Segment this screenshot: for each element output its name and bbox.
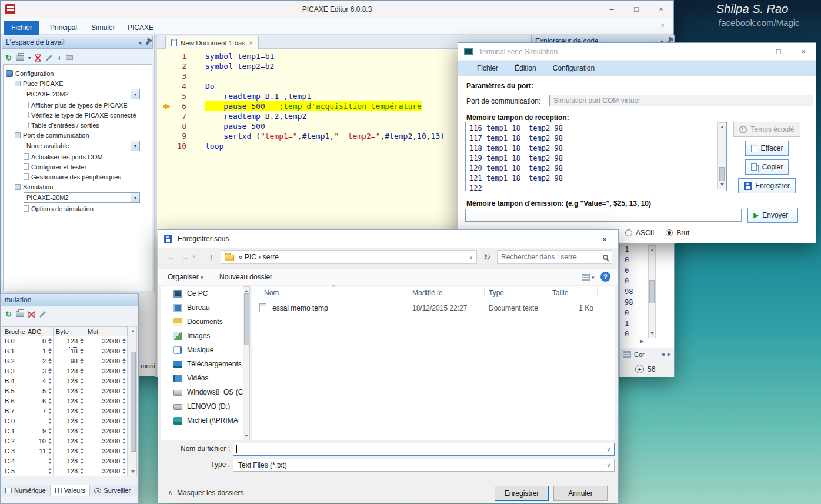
spinner-icon[interactable] — [122, 388, 126, 394]
add-icon[interactable]: + — [57, 54, 62, 62]
breadcrumb[interactable]: « PIC › serre — [239, 253, 279, 261]
sync-icon[interactable]: ↻ — [5, 310, 12, 319]
spinner-icon[interactable] — [48, 418, 52, 424]
spinner-icon[interactable] — [122, 348, 126, 354]
places-tree-item[interactable]: Bureau — [161, 301, 243, 315]
spinner-icon[interactable] — [80, 458, 84, 464]
panel-collapse-icon[interactable]: ▾ — [139, 39, 142, 46]
print-options-chevron-icon[interactable]: ▾ — [28, 55, 31, 61]
organize-button[interactable]: Organiser ▾ — [168, 273, 203, 281]
byte-cell[interactable]: 128 — [54, 456, 85, 466]
tx-input[interactable] — [465, 209, 742, 222]
pin-icon[interactable] — [145, 40, 149, 45]
column-type[interactable]: Type — [489, 289, 504, 297]
pin-value[interactable]: 98 — [620, 297, 674, 308]
clipped-panel-tab[interactable]: muni — [141, 362, 157, 371]
filetype-combobox[interactable]: Text Files (*.txt) ∨ — [233, 459, 615, 472]
tab-scroll-left-icon[interactable]: ◀ — [661, 352, 665, 357]
column-modifie[interactable]: Modifié le — [412, 289, 442, 297]
cancel-button[interactable]: Annuler — [553, 486, 608, 501]
tab-surveiller[interactable]: Surveiller — [90, 485, 135, 496]
document-tab[interactable]: New Document 1.bas × — [165, 36, 259, 49]
spinner-icon[interactable] — [80, 348, 84, 354]
block-icon[interactable] — [66, 55, 73, 60]
adc-cell[interactable]: 5 — [25, 386, 54, 396]
spinner-icon[interactable] — [80, 428, 84, 434]
search-input[interactable] — [501, 253, 603, 261]
tab-numerique[interactable]: Numérique — [1, 485, 51, 496]
mot-cell[interactable]: 32000 — [85, 426, 128, 436]
byte-cell[interactable]: 128 — [54, 446, 85, 456]
recent-locations-chevron-icon[interactable]: ∨ — [192, 253, 196, 259]
send-button[interactable]: ▶Envoyer — [747, 208, 798, 223]
byte-cell[interactable]: 128 — [54, 416, 85, 426]
pin-value[interactable]: 1 — [620, 244, 674, 255]
maximize-button[interactable]: □ — [624, 1, 649, 18]
tree-item-options-simulation[interactable]: Options de simulation — [24, 203, 149, 213]
search-box[interactable] — [497, 250, 612, 264]
select-dropdown-icon[interactable]: ▾ — [131, 193, 139, 202]
pin-value[interactable]: 0 — [620, 265, 674, 276]
rx-buffer[interactable]: 116 temp1=18 temp2=98117 temp1=18 temp2=… — [465, 122, 727, 191]
adc-cell[interactable]: 4 — [25, 376, 54, 386]
adc-cell[interactable]: 7 — [25, 406, 54, 416]
spinner-icon[interactable] — [48, 348, 52, 354]
spinner-icon[interactable] — [48, 378, 52, 384]
adc-cell[interactable]: --- — [25, 466, 54, 476]
print-icon[interactable] — [16, 55, 24, 61]
menu-edition[interactable]: Édition — [515, 64, 536, 72]
spinner-icon[interactable] — [122, 408, 126, 414]
address-dropdown-icon[interactable]: ∨ — [469, 254, 473, 260]
settings-wrench-icon[interactable] — [39, 311, 46, 317]
spinner-icon[interactable] — [48, 338, 52, 344]
spinner-icon[interactable] — [80, 398, 84, 404]
file-row[interactable]: essai memo temp 18/12/2015 22:27 Documen… — [252, 302, 615, 315]
places-tree-item[interactable]: Musique — [161, 343, 243, 357]
close-button[interactable]: × — [649, 1, 673, 18]
places-tree-item[interactable]: Téléchargements — [161, 357, 243, 371]
byte-cell[interactable]: 128 — [54, 436, 85, 446]
tree-item-gestionnaire-peripheriques[interactable]: Gestionnaire des périphériques — [24, 172, 149, 182]
spinner-icon[interactable] — [48, 388, 52, 394]
places-scrollbar[interactable] — [243, 286, 250, 440]
mot-cell[interactable]: 32000 — [85, 416, 128, 426]
filetype-dropdown-icon[interactable]: ∨ — [603, 462, 614, 468]
adc-cell[interactable]: 6 — [25, 396, 54, 406]
spinner-icon[interactable] — [122, 418, 126, 424]
pin-value[interactable]: 0 — [620, 255, 674, 265]
minimize-button[interactable]: – — [599, 1, 624, 18]
tree-node-puce-picaxe[interactable]: Puce PICAXE — [15, 78, 149, 88]
mot-cell[interactable]: 32000 — [85, 456, 128, 466]
strip-scrollbar[interactable] — [648, 245, 656, 338]
tab-principal[interactable]: Principal — [43, 21, 84, 35]
places-tree-item[interactable]: Windows8_OS (C:) — [161, 385, 243, 399]
spinner-icon[interactable] — [80, 438, 84, 444]
spinner-icon[interactable] — [80, 338, 84, 344]
simulation-chip-select[interactable]: PICAXE-20M2▾ — [24, 192, 140, 203]
hide-folders-chevron-icon[interactable]: ∧ — [168, 489, 173, 497]
copy-button[interactable]: Copier — [745, 159, 789, 175]
address-bar[interactable]: « PIC › serre ∨ — [221, 250, 477, 264]
spinner-icon[interactable] — [80, 418, 84, 424]
pin-value[interactable]: 0 — [620, 329, 674, 339]
mot-cell[interactable]: 32000 — [85, 356, 128, 366]
close-button[interactable]: × — [591, 230, 618, 248]
clear-button[interactable]: Effacer — [745, 141, 789, 156]
places-tree-item[interactable]: Documents — [161, 315, 243, 329]
mot-cell[interactable]: 32000 — [85, 386, 128, 396]
ascii-radio[interactable] — [625, 229, 632, 236]
minimize-button[interactable]: – — [742, 43, 766, 60]
mot-cell[interactable]: 32000 — [85, 406, 128, 416]
mot-cell[interactable]: 32000 — [85, 396, 128, 406]
byte-cell[interactable]: 128 — [54, 376, 85, 386]
zoom-in-icon[interactable]: + — [635, 365, 644, 373]
table-scrollbar[interactable] — [129, 326, 137, 476]
save-button[interactable]: Enregistrer — [495, 486, 549, 501]
byte-cell[interactable]: 98 — [54, 356, 85, 366]
column-taille[interactable]: Taille — [552, 289, 568, 297]
tab-fichier[interactable]: Fichier — [4, 21, 39, 35]
filename-combobox[interactable]: ∨ — [233, 443, 615, 456]
raw-radio[interactable] — [666, 229, 673, 236]
spinner-icon[interactable] — [122, 338, 126, 344]
spinner-icon[interactable] — [48, 448, 52, 454]
